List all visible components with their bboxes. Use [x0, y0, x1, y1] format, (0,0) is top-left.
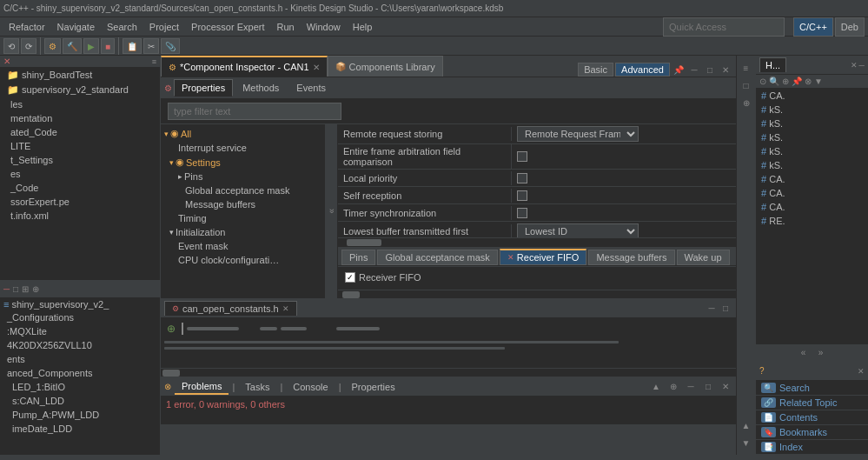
vert-btn-5[interactable]: ▼ [738, 434, 755, 451]
right-scroll-left[interactable]: « [797, 346, 811, 360]
left-item-scan[interactable]: s:CAN_LDD [0, 394, 160, 408]
prop-select-remote[interactable]: Remote Request Frame is stored [517, 126, 639, 142]
bottom-panel-icon3[interactable]: ⊕ [32, 284, 39, 294]
menu-navigate[interactable]: Navigate [52, 20, 100, 34]
left-item-timedate[interactable]: imeDate_LDD [0, 422, 160, 436]
problems-icon-btn1[interactable]: ▲ [649, 380, 663, 394]
tree-item-msgbuf[interactable]: Message buffers [161, 197, 325, 211]
vert-btn-4[interactable]: ▲ [738, 417, 755, 434]
tab-ci-close[interactable]: ✕ [313, 63, 320, 72]
toolbar-btn-4[interactable]: 🔨 [63, 38, 82, 54]
left-item-code[interactable]: _Code [0, 181, 160, 195]
left-item-advanced-components[interactable]: anced_Components [0, 366, 160, 380]
problems-min-btn[interactable]: ─ [684, 380, 698, 394]
right-item-3[interactable]: # kS. [756, 117, 868, 130]
problems-tab-tasks[interactable]: Tasks [238, 380, 276, 394]
debug-tab[interactable]: Deb [835, 17, 865, 37]
tree-item-timing[interactable]: Timing [161, 211, 325, 225]
tab-component-inspector[interactable]: ⚙ *Component Inspector - CAN1 ✕ [161, 56, 328, 77]
right-item-7[interactable]: # CA. [756, 172, 868, 186]
menu-refactor[interactable]: Refactor [3, 20, 50, 34]
ri-icon5[interactable]: ⊗ [805, 77, 812, 86]
vert-btn-3[interactable]: ⊕ [738, 94, 755, 111]
left-item-ssorexpert[interactable]: ssorExpert.pe [0, 195, 160, 209]
ri-icon2[interactable]: 🔍 [769, 77, 779, 86]
code-tab-constants[interactable]: ⚙ can_open_constants.h ✕ [164, 301, 297, 316]
left-item-led1[interactable]: LED_1:BitIO [0, 380, 160, 394]
ci-icon-btn1[interactable]: 📌 [672, 63, 686, 77]
menu-processor-expert[interactable]: Processor Expert [186, 20, 269, 34]
left-item-mentation[interactable]: mentation [0, 111, 160, 125]
left-item-lite[interactable]: LITE [0, 139, 160, 153]
tab-components-library[interactable]: 📦 Components Library [328, 56, 443, 77]
prop-checkbox-localpri[interactable] [517, 173, 527, 183]
left-item-les[interactable]: les [0, 97, 160, 111]
help-item-contents[interactable]: 📄 Contents [756, 410, 868, 425]
right-item-9[interactable]: # CA. [756, 200, 868, 214]
right-item-6[interactable]: # kS. [756, 158, 868, 172]
left-item-mqxlite[interactable]: :MQXLite [0, 324, 160, 338]
help-item-search[interactable]: 🔍 Search [756, 381, 868, 396]
left-item-es[interactable]: es [0, 167, 160, 181]
inspector-tab-events[interactable]: Events [288, 79, 334, 97]
receiver-fifo-checkbox[interactable]: ✓ [345, 272, 355, 283]
tree-item-settings[interactable]: ▾ ◉ Settings [161, 155, 325, 170]
quick-access-input[interactable] [663, 17, 785, 37]
right-item-5[interactable]: # kS. [756, 144, 868, 158]
tree-item-all[interactable]: ▾ ◉ All [161, 126, 325, 141]
left-item-configs[interactable]: _Configurations [0, 310, 160, 324]
vert-btn-2[interactable]: □ [738, 77, 755, 94]
prop-checkbox-timersync[interactable] [517, 208, 527, 218]
toolbar-btn-3[interactable]: ⚙ [44, 38, 61, 54]
problems-max-btn[interactable]: □ [701, 380, 715, 394]
problems-tab-console[interactable]: Console [286, 380, 335, 394]
left-item-boardtest[interactable]: 📁 shiny_BoardTest [0, 68, 160, 83]
right-item-4[interactable]: # kS. [756, 130, 868, 144]
problems-tab-problems[interactable]: Problems [175, 379, 229, 395]
props-horiz-scroll[interactable] [338, 237, 736, 246]
btn-advanced[interactable]: Advanced [615, 63, 670, 77]
right-tab-close-icon[interactable]: ✕ [851, 61, 858, 70]
menu-run[interactable]: Run [271, 20, 299, 34]
btn-basic[interactable]: Basic [578, 63, 613, 77]
right-scroll-right[interactable]: » [814, 346, 828, 360]
cpp-mode-tab[interactable]: C/C++ [793, 17, 833, 37]
ci-icon-btn3[interactable]: □ [703, 63, 717, 77]
left-item-settings[interactable]: t_Settings [0, 153, 160, 167]
ri-icon6[interactable]: ▼ [814, 77, 823, 86]
toolbar-btn-2[interactable]: ⟳ [21, 38, 36, 54]
left-item-pumpa[interactable]: Pump_A:PWM_LDD [0, 408, 160, 422]
left-item-info[interactable]: t.info.xml [0, 209, 160, 223]
bottom-panel-icon1[interactable]: □ [13, 284, 18, 294]
tree-item-interrupt[interactable]: Interrupt service [161, 141, 325, 155]
prop-checkbox-efac[interactable] [517, 151, 527, 162]
prop-tab-fifo-close-icon[interactable]: ✕ [507, 253, 514, 262]
tree-collapse-btn[interactable]: « [326, 124, 338, 298]
toolbar-btn-7[interactable]: 📋 [123, 38, 142, 54]
problems-icon-btn2[interactable]: ⊕ [666, 380, 680, 394]
props-bottom-horiz-scroll[interactable] [338, 290, 736, 298]
right-item-10[interactable]: # RE. [756, 214, 868, 228]
ci-icon-btn4[interactable]: ✕ [719, 63, 732, 77]
left-item-atedcode[interactable]: ated_Code [0, 125, 160, 139]
ci-icon-btn2[interactable]: ─ [687, 63, 701, 77]
help-item-bookmarks[interactable]: 🔖 Bookmarks [756, 425, 868, 440]
right-item-2[interactable]: # kS. [756, 103, 868, 117]
menu-project[interactable]: Project [144, 20, 184, 34]
code-editor-min[interactable]: ─ [705, 302, 719, 316]
prop-tab-receiverfifo[interactable]: ✕ Receiver FIFO [500, 249, 587, 265]
bottom-panel-icon2[interactable]: ⊞ [22, 284, 29, 294]
right-item-1[interactable]: # CA. [756, 89, 868, 103]
tree-item-pins[interactable]: ▸ Pins [161, 170, 325, 183]
tree-item-init[interactable]: ▾ Initialization [161, 225, 325, 239]
prop-tab-pins[interactable]: Pins [341, 250, 375, 265]
right-tab-min-icon[interactable]: ─ [859, 61, 865, 70]
code-add-btn[interactable]: ⊕ [164, 322, 178, 336]
problems-close-btn[interactable]: ✕ [719, 380, 732, 394]
left-item-supervisory[interactable]: 📁 supervisory_v2_standard [0, 83, 160, 97]
inspector-tab-methods[interactable]: Methods [235, 79, 287, 97]
code-editor-max[interactable]: □ [719, 302, 732, 316]
ri-icon4[interactable]: 📌 [792, 77, 802, 86]
left-item-ents[interactable]: ents [0, 352, 160, 366]
ri-icon3[interactable]: ⊕ [782, 77, 789, 86]
